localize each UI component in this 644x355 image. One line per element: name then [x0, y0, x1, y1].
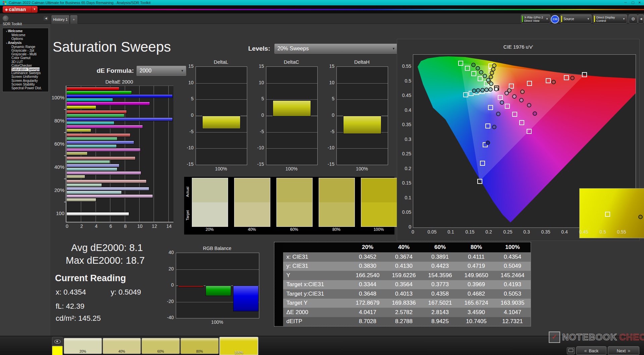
cell-value: 0.5049	[494, 263, 531, 269]
swatch-label: 40%	[234, 227, 270, 232]
sidebar-item-welcome[interactable]: ▾Welcome	[3, 29, 48, 33]
pattern-window-icon[interactable]	[567, 347, 575, 354]
x-tick-label: 6	[107, 223, 115, 229]
y-tick-label: -15	[253, 161, 264, 167]
cie-y-tick: 0.5	[397, 78, 411, 84]
cie-x-tick: 0.45	[577, 229, 590, 235]
meter-count-badge[interactable]: 236	[551, 15, 559, 23]
swatch-label: 20%	[192, 227, 227, 232]
eye-icon[interactable]	[52, 337, 63, 346]
tab-history-1[interactable]: History 1	[51, 15, 70, 24]
table-gutter	[274, 280, 283, 290]
sidebar-item-grayscale-2pt[interactable]: Grayscale - 2pt	[3, 49, 48, 52]
cell-value: 2.5782	[386, 309, 422, 316]
sidebar-item-spectral-power-dist-[interactable]: Spectral Power Dist.	[3, 86, 48, 90]
notebookcheck-logo-icon: ✓	[549, 332, 560, 343]
sidebar-item-luminance-sweeps[interactable]: Luminance Sweeps	[3, 71, 48, 75]
sidebar-item-screen-uniformity[interactable]: Screen Uniformity	[3, 75, 48, 79]
gridline	[196, 83, 247, 84]
deltae-chart-title: DeltaE 2000	[66, 79, 173, 85]
rainbow-divider	[40, 9, 644, 10]
table-gutter	[274, 271, 283, 280]
table-gutter	[274, 289, 283, 299]
window-titlebar: Calman 2022 Calman Ultimate for Business…	[0, 0, 644, 5]
sidebar-item-analysis[interactable]: ▾Analysis	[3, 41, 48, 45]
cell-value: 0.4423	[422, 263, 458, 269]
sidebar-item-dynamic-range[interactable]: Dynamic Range	[3, 45, 48, 49]
sidebar-item-screen-angularity[interactable]: Screen Angularity	[3, 79, 48, 83]
column-header: 20%	[350, 244, 386, 251]
cell-value: 0.4358	[422, 291, 458, 297]
table-gutter	[274, 252, 283, 262]
levels-select[interactable]: 20% Sweeps▼	[274, 44, 397, 54]
de-bar-magenta	[66, 125, 143, 129]
de-bar-blue	[66, 117, 173, 121]
y-tick-label: -40	[162, 315, 174, 320]
sidebar-item-welcome[interactable]: Welcome	[3, 33, 48, 37]
cell-value: 0.4682	[458, 291, 494, 297]
back-button[interactable]: «Back	[576, 346, 606, 355]
cell-value: 2.8143	[422, 309, 458, 316]
cie-target-square	[519, 120, 524, 125]
cie-target-square	[478, 76, 483, 81]
cie-y-tick: 0.4	[397, 107, 411, 113]
maximize-icon[interactable]: ▢	[629, 0, 637, 5]
display-control-dropdown[interactable]: Direct Display Control ▼	[593, 14, 627, 23]
cie-target-square	[465, 66, 470, 71]
y-tick-label: 10	[323, 80, 334, 85]
pattern-tile-80%[interactable]: 80%	[180, 338, 219, 354]
gear-icon[interactable]: ⚙	[629, 14, 638, 23]
source-dropdown[interactable]: Source ▼	[560, 14, 592, 23]
cie-measured-point	[492, 63, 496, 68]
cell-value: 3.4590	[458, 309, 494, 316]
close-icon[interactable]: ✕	[636, 0, 643, 5]
cie-measured-point	[471, 63, 476, 67]
row-label: Y	[283, 272, 350, 279]
de-bar-red	[66, 212, 129, 216]
sidebar-knob-button[interactable]	[3, 15, 8, 21]
group-label: 60%	[50, 141, 64, 147]
cie-measured-point	[476, 66, 480, 70]
cie-x-tick: 0.5	[596, 229, 609, 235]
next-button[interactable]: Next»	[608, 346, 639, 355]
de-bar-red	[66, 133, 130, 137]
pattern-tile-40%[interactable]: 40%	[103, 338, 141, 354]
pattern-tile-20%[interactable]: 20%	[64, 338, 102, 354]
de-formula-select[interactable]: 2000▼	[137, 66, 186, 76]
table-row: Y166.2540159.6226154.3596149.9650145.246…	[274, 271, 531, 280]
sidebar-item-grayscale-multi[interactable]: Grayscale - Multi	[3, 52, 48, 56]
cie-measured-point	[527, 103, 531, 107]
max-de2000: Max dE2000: 18.7	[66, 255, 145, 266]
y-tick-label: 15	[323, 63, 334, 69]
de-bar-yellow	[66, 129, 91, 132]
y-tick-label: 5	[253, 96, 264, 101]
y-tick-label: 0	[323, 112, 334, 118]
sidebar-item-saturation-sweeps[interactable]: Saturation Sweeps	[3, 67, 48, 71]
sidebar-item-colorchecker[interactable]: ColorChecker	[3, 64, 48, 67]
add-tab-button[interactable]: +	[70, 15, 78, 24]
cie-measured-point	[500, 100, 504, 105]
row-label: Target Y	[283, 300, 350, 306]
y-tick-label: -20	[162, 299, 174, 304]
cie-measured-point	[491, 67, 495, 71]
sidebar-item-options[interactable]: Options	[3, 37, 48, 41]
calman-logo-text: calman	[9, 7, 26, 12]
sidebar-collapse-icon[interactable]: ◀	[44, 16, 48, 20]
sidebar-item-screen-stability[interactable]: Screen Stability	[3, 83, 48, 86]
dl-bar	[202, 116, 240, 129]
sidebar-item-3d-lut[interactable]: 3D LUT	[3, 60, 48, 64]
panel-collapse-icon[interactable]: ◀	[638, 14, 644, 23]
calman-menu-button[interactable]: ◈ calman ▼	[3, 6, 38, 13]
source-status-stripe	[561, 16, 562, 22]
cie-x-tick: 0.25	[501, 229, 515, 235]
pattern-tile-60%[interactable]: 60%	[142, 338, 180, 354]
row-label: y: CIE31	[283, 263, 350, 269]
cie-target-square	[498, 95, 503, 100]
sidebar-item-color-gamut[interactable]: Color Gamut	[3, 56, 48, 60]
cie-measured-point	[489, 82, 493, 86]
current-reading-title: Current Reading	[55, 273, 126, 284]
meter-dropdown[interactable]: X-Rite i1Pro 2Direct View ▼	[521, 14, 550, 23]
minimize-icon[interactable]: ─	[622, 0, 629, 5]
sidebar-title: SDR Toolkit	[3, 22, 22, 26]
pattern-tile-100%[interactable]: 100%	[219, 337, 258, 355]
